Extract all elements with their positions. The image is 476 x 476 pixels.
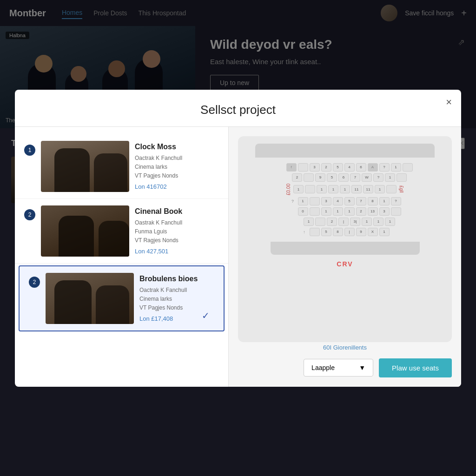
modal-title: Sellsct project bbox=[15, 90, 461, 126]
seat[interactable] bbox=[305, 185, 315, 193]
seat[interactable] bbox=[397, 173, 407, 182]
seat[interactable]: 0 bbox=[298, 207, 308, 216]
project-link-1[interactable]: Lon 416702 bbox=[135, 183, 219, 190]
screen-top-curve bbox=[255, 144, 434, 158]
seat[interactable]: 1 bbox=[385, 218, 395, 226]
section-label-left: £0.00 bbox=[285, 184, 292, 195]
seat[interactable] bbox=[310, 228, 320, 236]
seat[interactable]: 3 bbox=[321, 197, 331, 205]
project-meta-1: Oactrak K Fanchull Cinema larks VT Pagje… bbox=[135, 154, 219, 181]
seat[interactable]: ? bbox=[379, 163, 390, 172]
seat[interactable] bbox=[310, 197, 320, 205]
seat[interactable]: 1 bbox=[385, 173, 395, 182]
seat[interactable]: 1 bbox=[340, 185, 350, 193]
seat[interactable]: 4 bbox=[333, 197, 343, 205]
project-item-3[interactable]: 2 Brobulens bioes Oactrak K Fanchull Cin… bbox=[19, 265, 225, 331]
seat[interactable]: 1 bbox=[317, 185, 327, 193]
project-number-2: 2 bbox=[24, 209, 35, 220]
seat[interactable]: 1 bbox=[375, 185, 385, 193]
project-thumb-3 bbox=[46, 273, 134, 324]
seat[interactable]: ? bbox=[373, 173, 383, 182]
seat[interactable]: 1 bbox=[333, 207, 343, 216]
seat[interactable] bbox=[310, 207, 320, 216]
seat[interactable]: 5 bbox=[344, 197, 355, 205]
seat[interactable]: 8 bbox=[333, 228, 343, 236]
seat[interactable]: 3 bbox=[379, 207, 390, 216]
seat[interactable]: X bbox=[368, 228, 378, 236]
language-dropdown[interactable]: Laapple ▼ bbox=[304, 359, 373, 377]
project-thumb-2 bbox=[41, 205, 129, 257]
modal-close-button[interactable]: × bbox=[446, 97, 452, 107]
seat-row-3: £0.00 1 1 1 1 11 11 1 £gll bbox=[285, 184, 405, 195]
seat[interactable]: 7 bbox=[350, 173, 360, 182]
seat[interactable]: 1 bbox=[379, 228, 390, 236]
seat[interactable]: 1 bbox=[362, 218, 372, 226]
seat[interactable]: 3| bbox=[350, 218, 360, 226]
seat[interactable]: 1 bbox=[321, 207, 331, 216]
seat[interactable] bbox=[391, 207, 401, 216]
seat[interactable]: 1 bbox=[344, 207, 355, 216]
project-name-2: Cinenal Book bbox=[135, 207, 219, 216]
seat[interactable]: 1 bbox=[373, 218, 383, 226]
seat[interactable] bbox=[298, 163, 308, 172]
seat-row-6: 1 2 | 3| 1 1 1 bbox=[295, 218, 395, 226]
seat[interactable] bbox=[403, 163, 413, 172]
seat[interactable]: 11 bbox=[363, 185, 373, 193]
use-seats-button[interactable]: Plaw use seats bbox=[379, 358, 452, 377]
seat[interactable]: 1 bbox=[328, 185, 338, 193]
project-info-1: Clock Moss Oactrak K Fanchull Cinema lar… bbox=[135, 141, 219, 191]
section-label-right: £gll bbox=[398, 185, 405, 193]
project-item-2[interactable]: 2 Cinenal Book Oastrak K Fanchull Funma … bbox=[15, 199, 228, 264]
seat-row-7: ↑ 5 8 | 9 X 1 bbox=[301, 228, 390, 236]
seat[interactable] bbox=[386, 185, 397, 193]
seat[interactable]: 9 bbox=[356, 228, 366, 236]
projects-panel: 1 Clock Moss Oactrak K Fanchull Cinema l… bbox=[15, 127, 229, 387]
modal-overlay: × Sellsct project 1 Cl bbox=[0, 0, 476, 476]
seat[interactable]: 5 bbox=[327, 173, 337, 182]
seat[interactable]: 2 bbox=[321, 163, 331, 172]
seat[interactable]: 5 bbox=[333, 163, 343, 172]
seat[interactable]: 13 bbox=[368, 207, 378, 216]
seat-row-1: f 3 2 5 4 6 A ? 1 bbox=[278, 163, 413, 172]
seat[interactable]: 11 bbox=[351, 185, 362, 193]
capacity-label: 60I Giorenillents bbox=[323, 344, 367, 351]
seat[interactable]: W bbox=[362, 173, 372, 182]
seat[interactable] bbox=[304, 173, 314, 182]
modal-footer: Laapple ▼ Plaw use seats bbox=[238, 351, 452, 377]
seat[interactable]: 5 bbox=[321, 228, 331, 236]
project-check-icon: ✓ bbox=[202, 310, 210, 321]
seat[interactable]: A bbox=[368, 163, 378, 172]
seat[interactable]: 1 bbox=[379, 197, 390, 205]
project-info-2: Cinenal Book Oastrak K Fanchull Funma Lg… bbox=[135, 205, 219, 255]
seat[interactable]: 8 bbox=[368, 197, 378, 205]
project-item-1[interactable]: 1 Clock Moss Oactrak K Fanchull Cinema l… bbox=[15, 134, 228, 199]
seat[interactable]: 1 bbox=[293, 185, 304, 193]
seat[interactable]: | bbox=[338, 218, 349, 226]
seat[interactable]: 2 bbox=[327, 218, 337, 226]
seat[interactable]: 3 bbox=[310, 163, 320, 172]
screen-label: CRV bbox=[337, 260, 353, 268]
seat[interactable]: 1 bbox=[298, 197, 308, 205]
seat[interactable]: 9 bbox=[315, 173, 325, 182]
seat[interactable]: ? bbox=[391, 197, 401, 205]
seat[interactable]: 1 bbox=[391, 163, 401, 172]
seat-row-5: 0 1 1 1 2 13 3 bbox=[289, 207, 401, 216]
select-project-modal: × Sellsct project 1 Cl bbox=[15, 90, 461, 387]
seat[interactable]: 4 bbox=[344, 163, 355, 172]
project-name-3: Brobulens bioes bbox=[139, 275, 214, 283]
modal-body: 1 Clock Moss Oactrak K Fanchull Cinema l… bbox=[15, 126, 461, 387]
project-name-1: Clock Moss bbox=[135, 143, 219, 151]
chevron-down-icon: ▼ bbox=[359, 364, 365, 371]
seat[interactable]: 1 bbox=[304, 218, 314, 226]
seat[interactable]: 2 bbox=[292, 173, 302, 182]
seat[interactable] bbox=[315, 218, 325, 226]
project-link-2[interactable]: Lon 427,501 bbox=[135, 248, 219, 255]
seat[interactable]: 6 bbox=[338, 173, 349, 182]
seat[interactable]: | bbox=[344, 228, 355, 236]
seat[interactable]: f bbox=[286, 163, 297, 172]
seat[interactable]: 6 bbox=[356, 163, 366, 172]
seat[interactable]: 2 bbox=[356, 207, 366, 216]
screen-bottom bbox=[271, 242, 420, 255]
project-meta-3: Oactrak K Fanchull Cinema larks VT Pagje… bbox=[139, 286, 214, 313]
seat[interactable]: 7 bbox=[356, 197, 366, 205]
